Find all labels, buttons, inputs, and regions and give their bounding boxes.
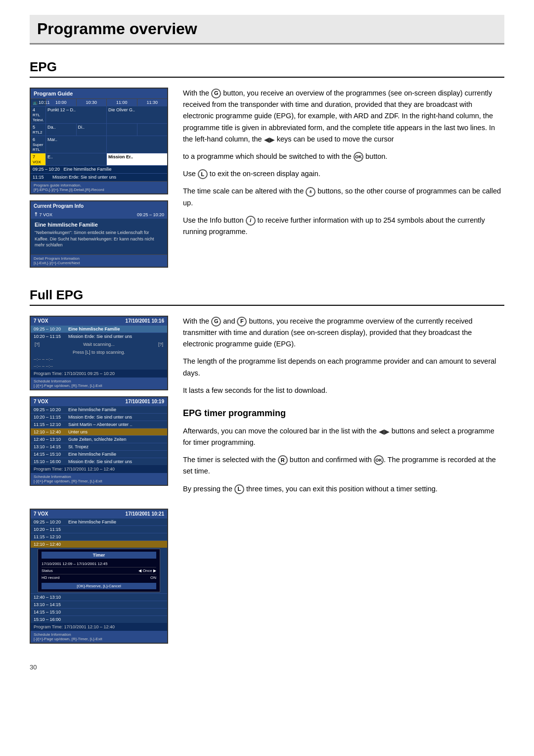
and-text: and xyxy=(223,317,235,325)
fepg-row: 12:40 – 13:10 xyxy=(31,593,167,601)
fepg-row: 13:10 – 14:15 St. Tropez xyxy=(31,443,167,450)
epg-timer-subsection: EPG timer programming Afterwards, you ca… xyxy=(183,406,504,495)
program-guide-screen: Program Guide 📺 10:11 10:00 10:30 11:00 … xyxy=(30,88,168,194)
page-number: 30 xyxy=(30,663,504,671)
epg-content: Program Guide 📺 10:11 10:00 10:30 11:00 … xyxy=(30,88,504,268)
fepg-row: 14:15 – 15:10 xyxy=(31,608,167,615)
full-epg-text-p1: With the G and F buttons, you receive th… xyxy=(183,316,504,350)
fepg-row: 14:15 – 15:10 Eine himmlische Familie xyxy=(31,450,167,458)
ok-button-icon: OK xyxy=(354,152,363,162)
fepg-row: 10:20 – 11:15 Mission Erde: Sie sind unt… xyxy=(31,413,167,421)
full-epg-screens: 7 VOX 17/10/2001 10:16 09:25 – 10:20 Ein… xyxy=(30,316,168,492)
r-button-icon: R xyxy=(278,455,288,465)
fepg-row: 09:25 – 10:20 Eine himmlische Familie xyxy=(31,406,167,413)
full-epg-screen1: 7 VOX 17/10/2001 10:16 09:25 – 10:20 Ein… xyxy=(30,316,168,390)
program-guide-header: Program Guide xyxy=(31,89,167,98)
full-epg-screen3: 7 VOX 17/10/2001 10:21 09:25 – 10:20 Ein… xyxy=(30,509,168,644)
full-epg-content: 7 VOX 17/10/2001 10:16 09:25 – 10:20 Ein… xyxy=(30,316,504,501)
f-button-icon: F xyxy=(237,317,247,327)
fepg-row-highlight: 09:25 – 10:20 Eine himmlische Familie xyxy=(31,325,167,332)
timer-overlay-title: Timer xyxy=(42,552,156,559)
fepg-row: 10:20 – 11:15 xyxy=(31,525,167,533)
epg-heading: EPG xyxy=(30,59,504,78)
fepg-row: 15:10 – 16:00 xyxy=(31,615,167,623)
epg-ch-row: 4RTL Televi. Punkt 12 – D.. Die Oliver G… xyxy=(31,106,167,123)
full-epg-description: With the G and F buttons, you receive th… xyxy=(183,316,504,501)
full-epg-heading: Full EPG xyxy=(30,287,504,306)
guide-button-icon2: G xyxy=(211,317,221,327)
epg-text-p1: With the G button, you receive an overvi… xyxy=(183,88,504,145)
epg-timer-text-p3: By pressing the L three times, you can e… xyxy=(183,483,504,495)
current-program-info-screen: Current Program Info 🎖 7 VOX 09:25 – 10:… xyxy=(30,200,168,268)
fepg-row: 09:25 – 10:20 Eine himmlische Familie xyxy=(31,518,167,525)
fepg-row-yellow: 12:10 – 12:40 Unter uns xyxy=(31,428,167,435)
left-arrow-icon: ◀▶ xyxy=(264,134,275,145)
timer-screen-container: 7 VOX 17/10/2001 10:21 09:25 – 10:20 Ein… xyxy=(30,509,504,644)
ok-button-icon2: OK xyxy=(374,455,384,465)
timer-ok-cancel-btn[interactable]: [OK]-Reserve, [L]-Cancel xyxy=(42,583,156,589)
epg-text-p3: The time scale can be altered with the ±… xyxy=(183,186,504,208)
left-arrow-icon2: ◀▶ xyxy=(379,426,390,437)
timer-overlay: Timer 17/10/2001 12:09 – 17/10/2001 12:4… xyxy=(38,549,160,592)
info-button-icon: i xyxy=(246,216,256,226)
epg-timer-heading: EPG timer programming xyxy=(183,406,504,421)
full-epg-screen2: 7 VOX 17/10/2001 10:19 09:25 – 10:20 Ein… xyxy=(30,396,168,486)
epg-text-p1b: to a programme which should be switched … xyxy=(183,151,504,162)
full-epg-text-p2: The length of the programme list depends… xyxy=(183,356,504,378)
epg-text-p4: Use the Info button i to receive further… xyxy=(183,215,504,237)
plusminus-button-icon: ± xyxy=(306,187,315,197)
full-epg-section: Full EPG 7 VOX 17/10/2001 10:16 09:25 – … xyxy=(30,287,504,644)
l-button-icon: L xyxy=(198,169,208,179)
guide-button-icon: G xyxy=(211,89,221,98)
epg-description: With the G button, you receive an overvi… xyxy=(183,88,504,243)
epg-text-p2: Use L to exit the on-screen display agai… xyxy=(183,168,504,180)
fepg-row: 10:20 – 11:15 Mission Erde: Sie sind unt… xyxy=(31,332,167,340)
epg-timer-text-p2: The timer is selected with the R button … xyxy=(183,454,504,477)
fepg-row: 11:15 – 12:10 xyxy=(31,533,167,540)
epg-ch-row: 5RTL2 Da.. Di.. xyxy=(31,123,167,136)
page-title: Programme overview xyxy=(30,15,504,45)
epg-time-header: 📺 10:11 10:00 10:30 11:00 11:30 xyxy=(31,98,167,106)
fepg-row: 12:40 – 13:10 Gute Zeiten, schlechte Zei… xyxy=(31,435,167,443)
epg-screens: Program Guide 📺 10:11 10:00 10:30 11:00 … xyxy=(30,88,168,268)
full-epg-text-p3: It lasts a few seconds for the list to d… xyxy=(183,385,504,396)
fepg-row-yellow2: 12:10 – 12:40 xyxy=(31,540,167,548)
fepg-row: 11:15 – 12:10 Saint Martin – Abenteuer u… xyxy=(31,421,167,428)
fepg-row: 13:10 – 14:15 xyxy=(31,601,167,608)
epg-timer-text-p1: Afterwards, you can move the coloured ba… xyxy=(183,425,504,449)
epg-ch-row-selected: 7VOX E.. Mission Er.. xyxy=(31,153,167,165)
epg-section: EPG Program Guide 📺 10:11 10:00 10:30 11… xyxy=(30,59,504,268)
l-button-icon2: L xyxy=(234,484,244,494)
fepg-row: 15:10 – 16:00 Mission Erde: Sie sind unt… xyxy=(31,458,167,465)
epg-ch-row: 6Super RTL Mar.. xyxy=(31,136,167,153)
